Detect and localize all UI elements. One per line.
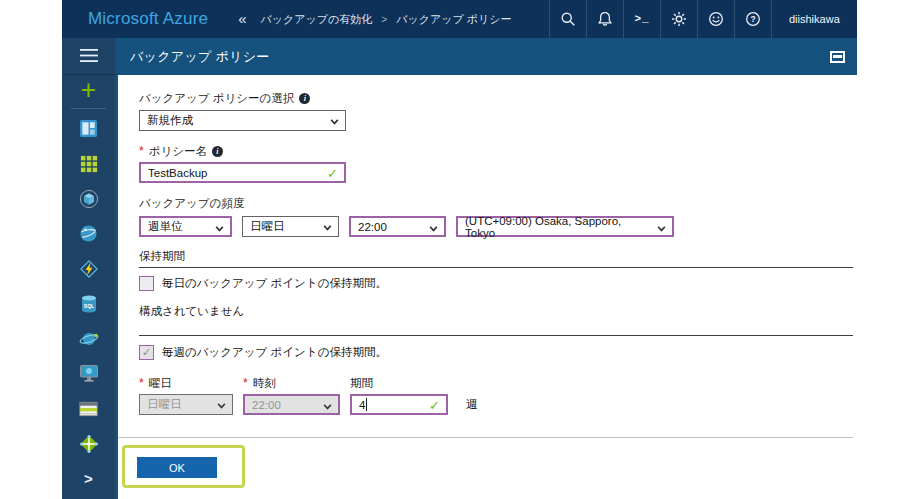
duration-unit-label: 週 (466, 396, 478, 413)
azure-portal-window: Microsoft Azure « バックアップの有効化 > バックアップ ポリ… (62, 0, 857, 499)
chevron-down-icon (658, 224, 666, 232)
weekly-retention-checkbox[interactable]: ✓ (139, 345, 154, 360)
valid-check-icon: ✓ (327, 166, 338, 181)
feedback-smiley-icon[interactable] (697, 0, 734, 38)
sidebar-divider (71, 108, 106, 109)
required-asterisk: * (243, 376, 248, 390)
policy-select-label: バックアップ ポリシーの選択 i (139, 91, 853, 105)
frequency-interval-dropdown[interactable]: 週単位 (139, 216, 232, 237)
info-icon[interactable]: i (299, 93, 310, 104)
daily-retention-checkbox[interactable] (139, 276, 154, 291)
weekly-day-label: * 曜日 (139, 376, 233, 390)
sql-databases-icon[interactable]: SQL (62, 286, 115, 321)
account-menu[interactable]: diishikawa (771, 0, 857, 38)
frequency-row: 週単位 日曜日 22:00 (UTC+09:00) Osaka, Sapporo… (139, 216, 853, 237)
weekly-duration-input[interactable]: 4 ✓ (350, 394, 448, 415)
top-bar: Microsoft Azure « バックアップの有効化 > バックアップ ポリ… (62, 0, 857, 38)
screenshot-stage: Microsoft Azure « バックアップの有効化 > バックアップ ポリ… (0, 0, 920, 499)
required-asterisk: * (139, 144, 144, 158)
valid-check-icon: ✓ (429, 398, 440, 413)
section-divider (139, 335, 853, 336)
chevron-down-icon (324, 402, 332, 410)
svg-text:?: ? (750, 14, 755, 24)
chevron-down-icon (216, 224, 224, 232)
retention-heading: 保持期間 (139, 249, 853, 263)
help-icon[interactable]: ? (734, 0, 771, 38)
weekly-retention-label: 毎週のバックアップ ポイントの保持期間。 (162, 345, 387, 360)
notifications-bell-icon[interactable] (586, 0, 623, 38)
footer-divider (118, 437, 853, 438)
new-resource-plus-icon[interactable]: + (62, 75, 115, 108)
breadcrumb-separator: > (381, 14, 387, 25)
section-divider (139, 267, 853, 268)
not-configured-text: 構成されていません (139, 304, 853, 318)
daily-retention-row: 毎日のバックアップ ポイントの保持期間。 (139, 276, 853, 291)
frequency-timezone-dropdown[interactable]: (UTC+09:00) Osaka, Sapporo, Tokyo (456, 216, 674, 237)
policy-name-input[interactable]: TestBackup ✓ (139, 162, 346, 183)
frequency-label: バックアップの頻度 (139, 196, 853, 210)
text-cursor (366, 398, 367, 411)
daily-retention-label: 毎日のバックアップ ポイントの保持期間。 (162, 276, 387, 291)
page-title: バックアップ ポリシー (130, 48, 270, 66)
weekly-fields-labels: * 曜日 * 時刻 期間 (139, 376, 853, 390)
breadcrumb-collapse-icon[interactable]: « (208, 10, 260, 29)
all-resources-grid-icon[interactable] (62, 146, 115, 181)
weekly-fields-row: 日曜日 22:00 4 ✓ 週 (139, 394, 853, 415)
required-asterisk: * (139, 376, 144, 390)
expand-sidebar-chevron-icon[interactable]: > (62, 461, 115, 496)
hamburger-menu-icon[interactable] (62, 38, 115, 75)
breadcrumb-item-enable-backup[interactable]: バックアップの有効化 (261, 12, 373, 27)
blade-backup-policy: バックアップ ポリシー バックアップ ポリシーの選択 i 新規作成 * ポリシー… (115, 38, 857, 499)
function-apps-lightning-icon[interactable] (62, 251, 115, 286)
frequency-time-dropdown[interactable]: 22:00 (349, 216, 446, 237)
resource-groups-cube-icon[interactable] (62, 181, 115, 216)
chevron-down-icon (331, 117, 339, 125)
monitor-diamond-icon[interactable] (62, 426, 115, 461)
chevron-down-icon (430, 224, 438, 232)
blade-header: バックアップ ポリシー (115, 38, 857, 75)
weekly-time-label: * 時刻 (243, 376, 340, 390)
dashboard-icon[interactable] (62, 111, 115, 146)
maximize-icon[interactable] (830, 51, 845, 63)
chevron-down-icon (218, 401, 226, 409)
chevron-down-icon (324, 223, 332, 231)
breadcrumb: バックアップの有効化 > バックアップ ポリシー (261, 12, 512, 27)
app-services-globe-icon[interactable] (62, 216, 115, 251)
billing-icon[interactable] (62, 391, 115, 426)
weekly-time-dropdown[interactable]: 22:00 (243, 394, 340, 415)
settings-gear-icon[interactable] (660, 0, 697, 38)
blade-content: バックアップ ポリシーの選択 i 新規作成 * ポリシー名 i TestBack… (115, 75, 857, 499)
info-icon[interactable]: i (212, 146, 223, 157)
policy-select-dropdown[interactable]: 新規作成 (139, 110, 346, 131)
topbar-icon-group: >_ ? (549, 0, 771, 38)
weekly-retention-row: ✓ 毎週のバックアップ ポイントの保持期間。 (139, 345, 853, 360)
weekly-day-dropdown[interactable]: 日曜日 (139, 394, 233, 415)
frequency-day-dropdown[interactable]: 日曜日 (242, 216, 339, 237)
weekly-duration-label: 期間 (350, 376, 448, 390)
annotation-highlight-box: OK (122, 445, 245, 488)
azure-logo[interactable]: Microsoft Azure (62, 9, 208, 29)
cloud-shell-icon[interactable]: >_ (623, 0, 660, 38)
virtual-machines-monitor-icon[interactable] (62, 356, 115, 391)
sidebar: + SQL (62, 38, 115, 499)
cosmos-db-planet-icon[interactable] (62, 321, 115, 356)
ok-button[interactable]: OK (137, 457, 217, 478)
breadcrumb-item-backup-policy[interactable]: バックアップ ポリシー (396, 12, 511, 27)
svg-text:SQL: SQL (83, 302, 93, 308)
policy-name-label: * ポリシー名 i (139, 144, 853, 158)
search-icon[interactable] (549, 0, 586, 38)
